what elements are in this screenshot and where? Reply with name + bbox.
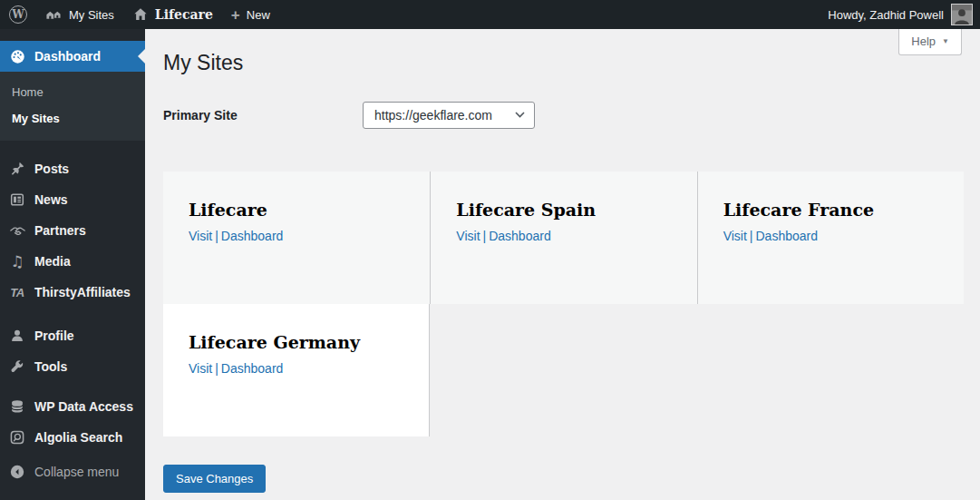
visit-link[interactable]: Visit — [189, 229, 212, 243]
primary-site-label: Primary Site — [163, 108, 363, 123]
save-changes-button[interactable]: Save Changes — [163, 465, 266, 493]
primary-site-row: Primary Site https://geekflare.com — [163, 102, 964, 129]
sidebar-item-label: Posts — [34, 162, 69, 176]
site-links: Visit|Dashboard — [189, 229, 404, 243]
sites-grid: Lifecare Visit|Dashboard Lifecare Spain … — [163, 172, 964, 436]
wordpress-admin: W My Sites Lifecare + — [0, 0, 980, 500]
avatar — [951, 4, 973, 25]
sidebar-item-label: Tools — [34, 359, 67, 374]
pushpin-icon — [8, 160, 26, 178]
music-notes-icon: ♫ — [8, 252, 26, 270]
caret-down-icon: ▼ — [942, 37, 949, 45]
sidebar-item-tools[interactable]: Tools — [0, 351, 145, 382]
page-title: My Sites — [163, 50, 964, 77]
home-icon — [132, 6, 149, 23]
site-name: Lifecare Germany — [189, 332, 403, 353]
dashboard-submenu: Home My Sites — [0, 72, 145, 141]
admin-bar-my-sites-label: My Sites — [69, 8, 114, 22]
sidebar-item-label: News — [34, 192, 68, 207]
dashboard-link[interactable]: Dashboard — [221, 361, 284, 376]
admin-bar-new[interactable]: + New — [222, 0, 279, 29]
dashboard-link[interactable]: Dashboard — [756, 229, 819, 243]
sidebar-item-thirstyaffiliates[interactable]: TA ThirstyAffiliates — [0, 277, 145, 308]
visit-link[interactable]: Visit — [189, 361, 212, 376]
link-separator: | — [212, 361, 221, 376]
site-name: Lifecare — [189, 200, 404, 221]
dashboard-link[interactable]: Dashboard — [221, 229, 284, 243]
content-area: Help ▼ My Sites Primary Site https://gee… — [145, 29, 980, 500]
sidebar-item-algolia-search[interactable]: Algolia Search — [0, 422, 145, 453]
sidebar-item-label: Dashboard — [34, 49, 101, 64]
sidebar-item-label: WP Data Access — [34, 399, 133, 414]
dashboard-link[interactable]: Dashboard — [489, 229, 551, 243]
sidebar-item-label: Profile — [34, 328, 74, 343]
sidebar-item-media[interactable]: ♫ Media — [0, 246, 145, 277]
sidebar-group-plugins: WP Data Access Algolia Search — [0, 391, 145, 453]
site-card: Lifecare Visit|Dashboard — [163, 172, 430, 304]
primary-site-select[interactable]: https://geekflare.com — [363, 102, 535, 129]
sidebar-subitem-home[interactable]: Home — [0, 79, 145, 105]
sidebar-group-content: Posts News — [0, 153, 145, 308]
empty-grid-cell — [697, 304, 964, 436]
link-separator: | — [212, 229, 221, 243]
help-label: Help — [911, 34, 936, 48]
site-links: Visit|Dashboard — [189, 361, 403, 376]
wordpress-logo-letter: W — [12, 9, 24, 20]
admin-bar-site-name[interactable]: Lifecare — [123, 0, 222, 29]
database-icon — [8, 397, 26, 416]
wordpress-logo-menu[interactable]: W — [0, 0, 36, 29]
site-name: Lifecare France — [723, 200, 938, 221]
dashboard-icon — [8, 47, 26, 65]
algolia-search-icon — [8, 428, 26, 446]
sidebar-item-dashboard[interactable]: Dashboard — [0, 41, 145, 72]
sidebar-item-label: Media — [34, 254, 71, 269]
site-card: Lifecare France Visit|Dashboard — [697, 172, 964, 304]
site-name: Lifecare Spain — [456, 200, 671, 221]
sidebar-subitem-my-sites[interactable]: My Sites — [0, 105, 145, 132]
site-card: Lifecare Germany Visit|Dashboard — [163, 304, 430, 436]
sidebar-item-news[interactable]: News — [0, 184, 145, 215]
collapse-menu-button[interactable]: Collapse menu — [0, 456, 145, 487]
sidebar-item-partners[interactable]: Partners — [0, 215, 145, 246]
wordpress-logo-icon: W — [9, 5, 27, 24]
admin-bar-new-label: New — [247, 8, 270, 22]
main-row: Dashboard Home My Sites Posts — [0, 29, 980, 500]
wrench-icon — [8, 358, 26, 376]
visit-link[interactable]: Visit — [723, 229, 747, 243]
admin-bar-account-menu[interactable]: Howdy, Zadhid Powell — [820, 0, 980, 29]
visit-link[interactable]: Visit — [456, 229, 480, 243]
site-links: Visit|Dashboard — [723, 229, 938, 243]
sidebar-group-user: Profile Tools — [0, 320, 145, 382]
howdy-text: Howdy, Zadhid Powell — [828, 8, 944, 22]
newspaper-icon — [8, 191, 26, 209]
person-icon — [8, 327, 26, 345]
site-card: Lifecare Spain Visit|Dashboard — [430, 172, 696, 304]
sidebar-menu: Dashboard Home My Sites Posts — [0, 29, 145, 500]
sidebar-item-posts[interactable]: Posts — [0, 153, 145, 184]
chevron-down-icon — [515, 112, 525, 118]
sidebar-item-label: ThirstyAffiliates — [34, 285, 131, 299]
collapse-arrow-icon — [8, 463, 26, 481]
link-separator: | — [480, 229, 490, 243]
help-button[interactable]: Help ▼ — [898, 29, 962, 55]
empty-grid-cell — [430, 304, 696, 436]
site-links: Visit|Dashboard — [456, 229, 671, 243]
sidebar-item-wp-data-access[interactable]: WP Data Access — [0, 391, 145, 422]
primary-site-selected-value: https://geekflare.com — [374, 108, 492, 123]
admin-bar-site-name-label: Lifecare — [155, 7, 213, 22]
admin-bar: W My Sites Lifecare + — [0, 0, 980, 29]
handshake-icon — [8, 221, 26, 240]
collapse-menu-label: Collapse menu — [34, 465, 119, 479]
network-sites-icon — [45, 6, 63, 24]
link-separator: | — [747, 229, 756, 243]
plus-icon: + — [231, 7, 240, 23]
sidebar-item-profile[interactable]: Profile — [0, 320, 145, 351]
admin-bar-my-sites[interactable]: My Sites — [36, 0, 123, 29]
thirstyaffiliates-ta-icon: TA — [8, 283, 26, 301]
sidebar-item-label: Partners — [34, 223, 86, 238]
sidebar-item-label: Algolia Search — [34, 430, 122, 445]
